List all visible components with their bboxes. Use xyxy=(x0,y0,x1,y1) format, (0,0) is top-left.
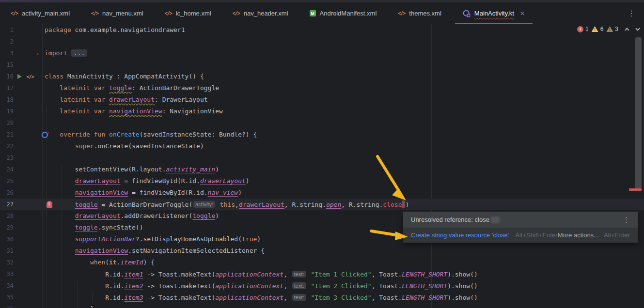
more-actions-link[interactable]: More actions... xyxy=(558,231,599,239)
code-line-text: toggle = ActionBarDrawerToggle(activity:… xyxy=(45,199,409,211)
code-line-text: package com.example.navigationdrawer1 xyxy=(45,24,185,36)
code-line[interactable]: 32 when(it.itemId) { xyxy=(0,257,644,268)
line-number: 32 xyxy=(0,257,14,268)
tab-label: ic_home.xml xyxy=(176,10,211,17)
tab-label: themes.xml xyxy=(409,10,441,17)
redacted-blur xyxy=(491,216,500,223)
line-number: 17 xyxy=(0,82,14,94)
scrollbar-error-stripe[interactable] xyxy=(629,188,642,191)
xml-file-icon: </> xyxy=(165,11,172,16)
line-number: 31 xyxy=(0,245,14,257)
line-number: 25 xyxy=(0,175,14,187)
tab-options-kebab-icon[interactable]: ⋮ xyxy=(625,8,638,19)
code-line[interactable]: 34 R.id.item2 -> Toast.makeText(applicat… xyxy=(0,280,644,292)
line-number: 16 xyxy=(0,71,14,82)
code-lines[interactable]: 1package com.example.navigationdrawer123… xyxy=(0,24,644,308)
line-number: 28 xyxy=(0,210,14,222)
tab-nav_menu-xml[interactable]: </>nav_menu.xml xyxy=(80,2,154,24)
error-message: Unresolved reference: close xyxy=(411,216,489,223)
vertical-scrollbar-thumb[interactable] xyxy=(635,37,642,190)
code-line-text: class MainActivity : AppCompatActivity()… xyxy=(45,71,204,82)
line-number: 34 xyxy=(0,280,14,292)
editor-tab-bar: </>activity_main.xml</>nav_menu.xml</>ic… xyxy=(0,2,644,25)
code-line[interactable]: 17 lateinit var toggle: ActionBarDrawerT… xyxy=(0,82,644,94)
tab-bar-tabs: </>activity_main.xml</>nav_menu.xml</>ic… xyxy=(0,2,535,24)
code-line[interactable]: 24 setContentView(R.layout.activity_main… xyxy=(0,164,644,175)
code-line-text: toggle.syncState() xyxy=(45,222,143,233)
code-line-text: drawerLayout.addDrawerListener(toggle) xyxy=(45,210,219,222)
error-count: 1 xyxy=(585,26,589,32)
inspection-nav xyxy=(624,27,641,31)
code-line-text: } xyxy=(45,303,94,308)
line-number: 19 xyxy=(0,106,14,117)
code-line[interactable]: 15 xyxy=(0,59,644,71)
xml-file-icon: </> xyxy=(11,11,18,16)
code-line[interactable]: 23 xyxy=(0,152,644,164)
error-count-item[interactable]: ! 1 xyxy=(577,26,589,32)
code-line[interactable]: 36 } xyxy=(0,303,644,308)
tab-nav_header-xml[interactable]: </>nav_header.xml xyxy=(222,2,299,24)
editor[interactable]: 1package com.example.navigationdrawer123… xyxy=(0,24,644,308)
tab-MainActivity-kt[interactable]: MainActivity.kt✕ xyxy=(452,2,535,24)
inspection-widget: ! 1 ! 6 ! 3 xyxy=(577,26,641,32)
code-line[interactable]: 1package com.example.navigationdrawer1 xyxy=(0,24,644,36)
code-line[interactable]: 16</>class MainActivity : AppCompatActiv… xyxy=(0,71,644,82)
error-message-row: Unresolved reference: close ⋮ xyxy=(403,212,638,228)
code-line[interactable]: 21↑ override fun onCreate(savedInstanceS… xyxy=(0,129,644,140)
code-line[interactable]: 35 R.id.item3 -> Toast.makeText(applicat… xyxy=(0,292,644,303)
kotlin-class-icon xyxy=(463,10,471,17)
code-line[interactable]: 20 xyxy=(0,117,644,129)
code-line[interactable]: 2 xyxy=(0,36,644,47)
code-line-text: lateinit var navigationView: NavigationV… xyxy=(45,106,223,117)
fold-arrow-icon[interactable]: › xyxy=(35,47,41,59)
popup-kebab-icon[interactable]: ⋮ xyxy=(620,216,633,224)
tab-AndroidManifest-xml[interactable]: MAndroidManifest.xml xyxy=(299,2,388,24)
chevron-down-icon[interactable] xyxy=(635,27,641,31)
code-line[interactable]: 22 super.onCreate(savedInstanceState) xyxy=(0,140,644,152)
line-number: 23 xyxy=(0,152,14,164)
code-line-text: drawerLayout = findViewById(R.id.drawerL… xyxy=(45,175,250,187)
code-line-text: lateinit var toggle: ActionBarDrawerTogg… xyxy=(45,82,219,94)
tab-activity_main-xml[interactable]: </>activity_main.xml xyxy=(0,2,80,24)
code-line[interactable]: 33 R.id.item1 -> Toast.makeText(applicat… xyxy=(0,268,644,280)
code-line[interactable]: 19 lateinit var navigationView: Navigati… xyxy=(0,106,644,117)
line-number: 15 xyxy=(0,59,14,71)
code-line-text: setContentView(R.layout.activity_main) xyxy=(45,164,219,175)
more-actions-shortcut: Alt+Enter xyxy=(604,231,630,239)
close-tab-icon[interactable]: ✕ xyxy=(520,10,525,17)
error-icon: ! xyxy=(577,26,583,32)
tab-label: nav_header.xml xyxy=(244,10,288,17)
line-number: 29 xyxy=(0,222,14,233)
code-line-text: navigationView = findViewById(R.id.nav_v… xyxy=(45,187,242,199)
code-line[interactable]: 18 lateinit var drawerLayout: DrawerLayo… xyxy=(0,94,644,106)
code-line-text: when(it.itemId) { xyxy=(45,257,155,268)
warning-icon: ! xyxy=(592,26,598,32)
code-line-text: override fun onCreate(savedInstanceState… xyxy=(45,129,257,140)
warning-count-item[interactable]: ! 6 xyxy=(592,26,604,32)
create-string-resource-link[interactable]: Create string value resource 'close' xyxy=(411,231,509,239)
run-icon[interactable] xyxy=(16,71,23,82)
code-line[interactable]: 31 navigationView.setNavigationItemSelec… xyxy=(0,245,644,257)
code-line-text: navigationView.setNavigationItemSelected… xyxy=(45,245,265,257)
weak-warning-count: 3 xyxy=(615,26,618,32)
tab-themes-xml[interactable]: </>themes.xml xyxy=(387,2,452,24)
code-line[interactable]: 26 navigationView = findViewById(R.id.na… xyxy=(0,187,644,199)
weak-warning-count-item[interactable]: ! 3 xyxy=(606,26,618,32)
code-line[interactable]: 3›import ... xyxy=(0,47,644,59)
code-line[interactable]: 27! toggle = ActionBarDrawerToggle(activ… xyxy=(0,199,644,210)
line-number: 26 xyxy=(0,187,14,199)
tab-ic_home-xml[interactable]: </>ic_home.xml xyxy=(154,2,222,24)
quickfix-action-row[interactable]: Create string value resource 'close' Alt… xyxy=(403,228,638,243)
line-number: 36 xyxy=(0,303,14,308)
xml-file-icon: </> xyxy=(91,11,98,16)
manifest-file-icon: M xyxy=(310,10,316,16)
line-number: 21 xyxy=(0,129,14,140)
code-line-text: R.id.item1 -> Toast.makeText(application… xyxy=(45,268,478,280)
action-shortcut: Alt+Shift+Enter xyxy=(515,231,557,239)
line-number: 22 xyxy=(0,140,14,152)
chevron-up-icon[interactable] xyxy=(624,27,630,31)
related-xml-icon[interactable]: </> xyxy=(25,71,35,82)
code-line[interactable]: 25 drawerLayout = findViewById(R.id.draw… xyxy=(0,175,644,187)
line-number: 24 xyxy=(0,164,14,175)
tab-label: nav_menu.xml xyxy=(102,10,143,17)
